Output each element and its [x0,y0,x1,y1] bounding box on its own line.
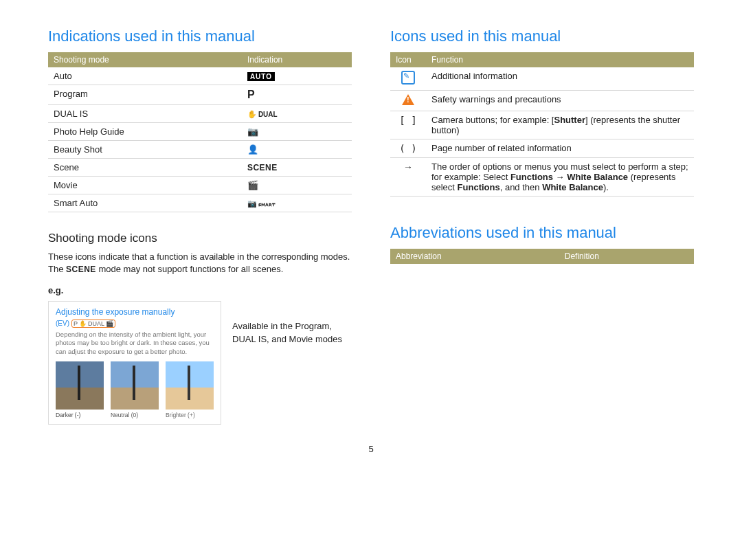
left-column: Indications used in this manual Shooting… [48,27,352,425]
indication-cell [242,177,352,194]
indications-table: Shooting mode Indication AutoAUTOProgram… [48,52,352,212]
table-row: Safety warnings and precautions [390,91,694,111]
mode-cell: Beauty Shot [48,141,242,159]
table-row: ProgramP [48,85,352,105]
icon-cell [390,91,426,111]
function-cell: Camera buttons; for example: [Shutter] (… [426,111,694,139]
thumbnail-image [166,361,214,410]
mode-chip: ✋ [79,320,87,327]
icon-cell [390,67,426,91]
indication-cell: AUTO [242,67,352,85]
thumbnail-caption: Neutral (0) [111,412,159,418]
example-title: Adjusting the exposure manually [56,307,214,318]
example-thumbnail: Neutral (0) [111,361,159,418]
example-box: Adjusting the exposure manually (EV) P✋D… [48,301,221,425]
icons-table: Icon Function Additional informationSafe… [390,52,694,197]
example-ev-line: (EV) P✋DUAL🎬 [56,320,214,328]
mode-cell: Scene [48,159,242,177]
section-heading: Abbreviations used in this manual [390,224,694,242]
table-row: Additional information [390,67,694,91]
mode-cell: Smart Auto [48,194,242,212]
mode-indication-icon [247,144,258,155]
table-row: AutoAUTO [48,67,352,85]
icon-cell: ( ) [390,139,426,158]
example-thumbnail: Brighter (+) [166,361,214,418]
indication-cell: P [242,85,352,105]
table-row: DUAL ISDUAL [48,105,352,123]
table-row: →The order of options or menus you must … [390,158,694,197]
subsection-heading: Shooting mode icons [48,232,352,245]
indication-cell [242,123,352,141]
icon-cell: → [390,158,426,197]
example-description: Depending on the intensity of the ambien… [56,331,214,356]
thumbnail-caption: Darker (-) [56,412,104,418]
thumbnail-image [56,361,104,410]
mode-chip: DUAL [88,320,104,327]
right-column: Icons used in this manual Icon Function … [390,27,694,425]
mode-cell: Photo Help Guide [48,123,242,141]
indication-cell [242,141,352,159]
text: mode may not support functions for all s… [98,264,283,274]
mode-indication-icon: P [247,89,255,100]
example-thumbnail: Darker (-) [56,361,104,418]
table-header: Icon [390,52,426,67]
function-cell: Safety warnings and precautions [426,91,694,111]
example-thumbnails: Darker (-)Neutral (0)Brighter (+) [56,361,214,418]
example-label: e.g. [48,285,352,295]
mode-indication-icon [247,180,258,190]
indication-cell: SCENE [242,159,352,177]
table-row: Beauty Shot [48,141,352,159]
thumbnail-image [111,361,159,410]
thumbnail-caption: Brighter (+) [166,412,214,418]
function-cell: The order of options or menus you must s… [426,158,694,197]
example-callout: Available in the Program, DUAL IS, and M… [232,301,352,346]
info-icon [401,71,415,85]
icon-cell: [ ] [390,111,426,139]
function-cell: Additional information [426,67,694,91]
section-heading: Indications used in this manual [48,27,352,45]
indication-cell: DUAL [242,105,352,123]
table-row: Movie [48,177,352,194]
paragraph: These icons indicate that a function is … [48,251,352,276]
table-row: ( )Page number of related information [390,139,694,158]
ev-label: (EV) [56,320,69,327]
mode-cell: Auto [48,67,242,85]
scene-icon: SCENE [66,265,96,274]
page-number: 5 [48,444,694,454]
mode-chip-box: P✋DUAL🎬 [71,320,115,328]
mode-indication-icon: SCENE [247,163,278,172]
table-row: Smart Auto [48,194,352,212]
mode-indication-icon: AUTO [247,72,275,81]
mode-indication-icon: DUAL [247,111,278,118]
abbreviations-table: Abbreviation Definition [390,249,694,264]
table-header: Shooting mode [48,52,242,67]
table-header: Abbreviation [390,249,559,264]
mode-cell: Program [48,85,242,105]
table-header: Definition [559,249,694,264]
example-wrapper: Adjusting the exposure manually (EV) P✋D… [48,301,352,425]
table-row: [ ]Camera buttons; for example: [Shutter… [390,111,694,139]
mode-indication-icon [247,126,258,137]
table-header: Indication [242,52,352,67]
manual-page: Indications used in this manual Shooting… [48,27,694,425]
section-heading: Icons used in this manual [390,27,694,45]
table-header: Function [426,52,694,67]
mode-chip: P [74,320,78,327]
mode-cell: DUAL IS [48,105,242,123]
mode-chip: 🎬 [106,320,113,327]
table-row: SceneSCENE [48,159,352,177]
mode-indication-icon [247,201,276,208]
table-row: Photo Help Guide [48,123,352,141]
warning-icon [402,94,414,105]
function-cell: Page number of related information [426,139,694,158]
indication-cell [242,194,352,212]
mode-cell: Movie [48,177,242,194]
